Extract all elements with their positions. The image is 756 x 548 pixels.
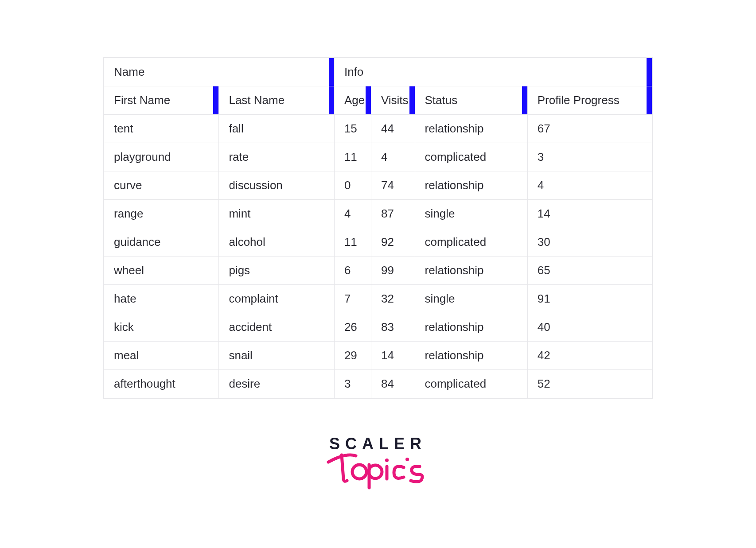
cell-profile-progress: 40 — [527, 313, 652, 342]
cell-age: 15 — [334, 115, 371, 143]
cell-status: complicated — [415, 228, 527, 257]
cell-status: relationship — [415, 115, 527, 143]
cell-visits: 92 — [371, 228, 415, 257]
cell-age: 11 — [334, 143, 371, 171]
cell-profile-progress: 65 — [527, 257, 652, 285]
cell-last-name: accident — [219, 313, 334, 342]
cell-profile-progress: 52 — [527, 370, 652, 398]
cell-last-name: mint — [219, 200, 334, 228]
cell-age: 6 — [334, 257, 371, 285]
cell-last-name: rate — [219, 143, 334, 171]
header-group-info[interactable]: Info — [334, 58, 652, 86]
cell-status: single — [415, 285, 527, 313]
brand-logo: SCALER — [312, 435, 444, 490]
table-header: Name Info First Name Last Name Age Visit… — [104, 58, 652, 115]
table-row: kickaccident2683relationship40 — [104, 313, 652, 342]
cell-first-name: afterthought — [104, 370, 219, 398]
cell-visits: 44 — [371, 115, 415, 143]
cell-profile-progress: 42 — [527, 342, 652, 370]
cell-age: 11 — [334, 228, 371, 257]
header-group-name[interactable]: Name — [104, 58, 335, 86]
cell-age: 4 — [334, 200, 371, 228]
header-profile-progress[interactable]: Profile Progress — [527, 86, 652, 115]
cell-visits: 32 — [371, 285, 415, 313]
cell-visits: 4 — [371, 143, 415, 171]
cell-age: 29 — [334, 342, 371, 370]
cell-status: complicated — [415, 143, 527, 171]
header-visits[interactable]: Visits — [371, 86, 415, 115]
cell-profile-progress: 4 — [527, 171, 652, 200]
cell-first-name: wheel — [104, 257, 219, 285]
cell-last-name: fall — [219, 115, 334, 143]
cell-last-name: snail — [219, 342, 334, 370]
data-table: Name Info First Name Last Name Age Visit… — [104, 58, 652, 398]
cell-first-name: guidance — [104, 228, 219, 257]
cell-visits: 99 — [371, 257, 415, 285]
page: Name Info First Name Last Name Age Visit… — [0, 0, 756, 507]
cell-profile-progress: 30 — [527, 228, 652, 257]
cell-profile-progress: 3 — [527, 143, 652, 171]
table-row: wheelpigs699relationship65 — [104, 257, 652, 285]
cell-age: 0 — [334, 171, 371, 200]
cell-first-name: curve — [104, 171, 219, 200]
cell-visits: 87 — [371, 200, 415, 228]
cell-profile-progress: 91 — [527, 285, 652, 313]
cell-profile-progress: 67 — [527, 115, 652, 143]
cell-first-name: hate — [104, 285, 219, 313]
cell-last-name: alcohol — [219, 228, 334, 257]
cell-first-name: range — [104, 200, 219, 228]
svg-point-2 — [385, 459, 389, 462]
cell-profile-progress: 14 — [527, 200, 652, 228]
header-columns-row: First Name Last Name Age Visits Status P… — [104, 86, 652, 115]
header-first-name[interactable]: First Name — [104, 86, 219, 115]
svg-point-0 — [352, 465, 366, 479]
cell-last-name: discussion — [219, 171, 334, 200]
header-groups-row: Name Info — [104, 58, 652, 86]
cell-visits: 84 — [371, 370, 415, 398]
cell-visits: 14 — [371, 342, 415, 370]
cell-last-name: pigs — [219, 257, 334, 285]
cell-first-name: meal — [104, 342, 219, 370]
brand-line2 — [325, 450, 431, 490]
table-row: rangemint487single14 — [104, 200, 652, 228]
table-row: tentfall1544relationship67 — [104, 115, 652, 143]
table-row: playgroundrate114complicated3 — [104, 143, 652, 171]
data-table-container: Name Info First Name Last Name Age Visit… — [103, 57, 653, 399]
cell-first-name: playground — [104, 143, 219, 171]
cell-age: 3 — [334, 370, 371, 398]
cell-last-name: complaint — [219, 285, 334, 313]
cell-visits: 83 — [371, 313, 415, 342]
cell-status: relationship — [415, 342, 527, 370]
table-row: hatecomplaint732single91 — [104, 285, 652, 313]
cell-last-name: desire — [219, 370, 334, 398]
table-row: curvediscussion074relationship4 — [104, 171, 652, 200]
cell-first-name: kick — [104, 313, 219, 342]
svg-point-3 — [405, 458, 409, 461]
table-row: guidancealcohol1192complicated30 — [104, 228, 652, 257]
table-row: mealsnail2914relationship42 — [104, 342, 652, 370]
cell-status: single — [415, 200, 527, 228]
table-body: tentfall1544relationship67playgroundrate… — [104, 115, 652, 398]
cell-status: complicated — [415, 370, 527, 398]
cell-status: relationship — [415, 171, 527, 200]
table-row: afterthoughtdesire384complicated52 — [104, 370, 652, 398]
header-status[interactable]: Status — [415, 86, 527, 115]
cell-status: relationship — [415, 257, 527, 285]
cell-age: 26 — [334, 313, 371, 342]
header-age[interactable]: Age — [334, 86, 371, 115]
cell-status: relationship — [415, 313, 527, 342]
cell-first-name: tent — [104, 115, 219, 143]
cell-visits: 74 — [371, 171, 415, 200]
cell-age: 7 — [334, 285, 371, 313]
header-last-name[interactable]: Last Name — [219, 86, 334, 115]
